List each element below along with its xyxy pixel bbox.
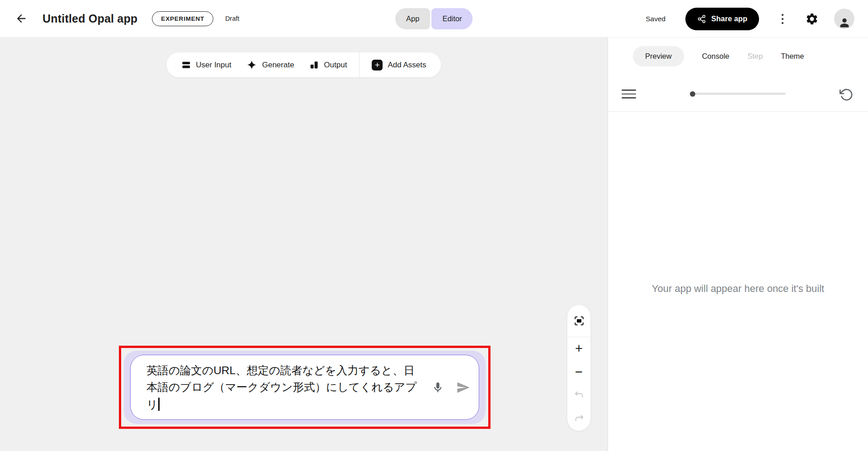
sparkle-icon xyxy=(247,60,257,70)
redo-button[interactable] xyxy=(567,407,590,431)
more-options-button[interactable] xyxy=(778,11,787,27)
output-label: Output xyxy=(324,61,347,70)
preview-tabs: Preview Console Step Theme xyxy=(608,38,868,66)
zoom-out-button[interactable]: − xyxy=(567,361,590,384)
editor-canvas[interactable]: User Input Generate Output + Add Assets … xyxy=(0,38,608,451)
back-arrow-icon xyxy=(15,12,28,25)
tab-step: Step xyxy=(747,46,763,66)
preview-panel: Preview Console Step Theme Your app will… xyxy=(608,38,868,451)
prompt-input[interactable]: 英語の論文のURL、想定の読者などを入力すると、日 本語のブログ（マークダウン形… xyxy=(130,355,479,420)
user-input-icon xyxy=(181,60,191,70)
reset-preview-button[interactable] xyxy=(838,85,854,103)
prompt-line-3: リ xyxy=(146,395,429,413)
settings-button[interactable] xyxy=(804,11,820,27)
preview-empty-message: Your app will appear here once it's buil… xyxy=(608,283,868,295)
redo-icon xyxy=(574,413,585,424)
app-editor-toggle: App Editor xyxy=(395,8,472,29)
settings-gear-icon xyxy=(805,12,819,26)
page-title: Untitled Opal app xyxy=(42,12,137,25)
progress-slider-thumb[interactable] xyxy=(690,91,695,97)
send-button[interactable] xyxy=(456,381,470,395)
undo-icon xyxy=(574,390,585,401)
send-icon xyxy=(456,381,470,395)
zoom-out-icon: − xyxy=(575,366,583,379)
app-mode-button[interactable]: App xyxy=(395,8,430,29)
editor-mode-button[interactable]: Editor xyxy=(432,8,473,29)
canvas-zoom-toolbar: + − xyxy=(567,305,590,431)
account-avatar[interactable] xyxy=(834,9,854,29)
generate-button[interactable]: Generate xyxy=(239,52,302,77)
add-assets-label: Add Assets xyxy=(388,61,426,70)
add-assets-button[interactable]: + Add Assets xyxy=(364,52,434,77)
tab-preview[interactable]: Preview xyxy=(633,46,684,66)
node-toolbar: User Input Generate Output + Add Assets xyxy=(166,52,441,77)
output-button[interactable]: Output xyxy=(302,52,355,77)
fit-to-screen-button[interactable] xyxy=(567,305,590,337)
user-input-button[interactable]: User Input xyxy=(174,52,239,77)
hamburger-menu-icon xyxy=(622,89,636,91)
top-bar-right: Saved Share app xyxy=(646,0,854,38)
tab-console[interactable]: Console xyxy=(702,46,730,66)
fit-to-screen-icon xyxy=(574,315,585,326)
generate-label: Generate xyxy=(262,61,294,70)
prompt-actions xyxy=(432,381,470,395)
prompt-line-1: 英語の論文のURL、想定の読者などを入力すると、日 xyxy=(146,362,429,379)
share-icon xyxy=(697,14,706,23)
undo-button[interactable] xyxy=(567,384,590,408)
add-assets-plus-icon: + xyxy=(372,60,383,70)
microphone-icon xyxy=(432,381,444,394)
share-app-label: Share app xyxy=(711,14,747,23)
text-cursor xyxy=(158,398,160,411)
prompt-line-2: 本語のブログ（マークダウン形式）にしてくれるアプ xyxy=(146,379,429,395)
preview-panel-header: Preview Console Step Theme xyxy=(608,38,868,112)
back-button[interactable] xyxy=(14,11,29,26)
zoom-in-button[interactable]: + xyxy=(567,337,590,361)
reset-refresh-icon xyxy=(840,88,854,102)
progress-slider[interactable] xyxy=(691,93,786,95)
saved-status: Saved xyxy=(646,15,665,23)
user-input-label: User Input xyxy=(196,61,231,70)
prompt-text: 英語の論文のURL、想定の読者などを入力すると、日 本語のブログ（マークダウン形… xyxy=(146,362,429,413)
prompt-input-glow: 英語の論文のURL、想定の読者などを入力すると、日 本語のブログ（マークダウン形… xyxy=(124,351,486,424)
draft-status: Draft xyxy=(225,15,239,22)
output-chart-icon xyxy=(310,60,319,70)
share-app-button[interactable]: Share app xyxy=(685,8,759,30)
microphone-button[interactable] xyxy=(432,381,444,394)
preview-controls xyxy=(608,83,868,106)
toolbar-divider xyxy=(359,52,360,77)
more-options-icon xyxy=(781,14,784,24)
tab-theme[interactable]: Theme xyxy=(781,46,804,66)
top-bar: Untitled Opal app EXPERIMENT Draft App E… xyxy=(0,0,868,38)
preview-menu-button[interactable] xyxy=(622,87,636,101)
user-avatar-icon xyxy=(838,16,851,29)
zoom-in-icon: + xyxy=(575,342,583,355)
annotation-highlight-box: 英語の論文のURL、想定の読者などを入力すると、日 本語のブログ（マークダウン形… xyxy=(119,346,491,429)
experiment-badge: EXPERIMENT xyxy=(152,11,213,26)
top-bar-left: Untitled Opal app EXPERIMENT Draft xyxy=(0,11,240,26)
